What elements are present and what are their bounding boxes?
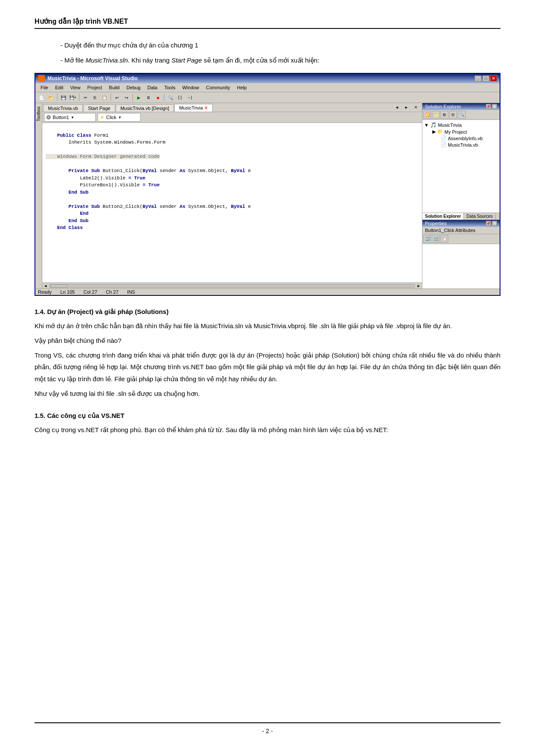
vs-hscrollbar[interactable]: ◄ ► (42, 282, 422, 289)
status-ch: Ch 27 (106, 289, 118, 295)
menu-community[interactable]: Community (203, 84, 234, 91)
solution-explorer-pin[interactable]: 📌 (486, 104, 491, 109)
section-15-p1: Công cụ trong vs.NET rất phong phú. Bạn … (35, 424, 500, 436)
menu-tools[interactable]: Tools (161, 84, 179, 91)
solution-explorer-panel-tabs: Solution Explorer Data Sources (422, 213, 500, 220)
tree-item-musicTrivia-vb[interactable]: 📄 MusicTrivia.vb (424, 141, 498, 148)
header: Hướng dẫn lập trình VB.NET (35, 17, 500, 29)
menu-project[interactable]: Project (84, 84, 105, 91)
tab-pin[interactable]: ✕ (412, 103, 420, 112)
method-dropdown[interactable]: ⚡ Click ▼ (98, 113, 141, 122)
intro-block: - Duyệt đến thư mục chứa dự án của chươn… (35, 39, 500, 66)
prop-btn-properties[interactable]: 📋 (441, 235, 448, 243)
page: Hướng dẫn lập trình VB.NET - Duyệt đến t… (0, 0, 535, 756)
toolbar-sep5 (164, 94, 164, 101)
vs-right-panel: Solution Explorer 📌 ✕ 🔁 📁 ⊞ ⊟ 🔍 (422, 103, 500, 289)
menu-file[interactable]: File (37, 84, 52, 91)
dropdown-arrow-left: ▼ (71, 116, 74, 119)
hscroll-thumb[interactable] (50, 285, 67, 287)
solution-explorer-titlebar: Solution Explorer 📌 ✕ (422, 103, 500, 110)
status-ins: INS (127, 289, 135, 295)
properties-title: Properties (425, 221, 447, 226)
toolbar-start[interactable]: ▶ (135, 93, 143, 102)
maximize-button[interactable]: □ (482, 75, 489, 82)
tab-musicTrivia-design[interactable]: MusicTrivia.vb [Design] (116, 104, 174, 112)
toolbar-undo[interactable]: ↩ (113, 93, 121, 102)
panel-tab-data-sources[interactable]: Data Sources (464, 213, 496, 220)
toolbar-new[interactable]: 📄 (37, 93, 46, 102)
hscroll-right[interactable]: ► (415, 284, 422, 288)
toolbar-indent[interactable]: →| (185, 93, 194, 102)
toolbar-saveall[interactable]: 💾+ (69, 93, 77, 102)
toolbar-comment[interactable]: { } (176, 93, 184, 102)
class-dropdown[interactable]: 🔘 Button1 ▼ (44, 113, 96, 122)
sol-btn3[interactable]: ⊞ (441, 111, 448, 119)
sol-btn4[interactable]: ⊟ (449, 111, 457, 119)
toolbar-save[interactable]: 💾 (59, 93, 68, 102)
toolbar-stop[interactable]: ■ (154, 93, 162, 102)
prop-btn-alphabetical[interactable]: 🔢 (432, 235, 440, 243)
tree-label-musicTrivia: MusicTrivia (438, 122, 462, 128)
hscroll-track[interactable] (50, 284, 415, 288)
menu-build[interactable]: Build (106, 84, 123, 91)
panel-tab-solution-explorer[interactable]: Solution Explorer (422, 213, 464, 220)
vs-menubar: File Edit View Project Build Debug Data … (35, 83, 500, 92)
menu-debug[interactable]: Debug (123, 84, 144, 91)
menu-view[interactable]: View (67, 84, 84, 91)
properties-content: Button1_Click Attributes (425, 228, 475, 233)
tab-nav-left[interactable]: ◄ (393, 103, 401, 112)
tab-musicTrivia[interactable]: MusicTrivia ✕ (174, 104, 213, 112)
menu-help[interactable]: Help (233, 84, 250, 91)
toolbar-copy[interactable]: ⎘ (91, 93, 99, 102)
intro-line2: - Mở file MusicTrivia.sln. Khi này trang… (60, 54, 500, 66)
vs-code-container: Public Class Form1 Inherits System.Windo… (42, 123, 422, 282)
toolbox-label: Toolbox (36, 107, 41, 121)
toolbar-cut[interactable]: ✂ (81, 93, 90, 102)
tab-musicTrivia-vb[interactable]: MusicTrivia.vb (43, 104, 83, 112)
tree-item-musicTrivia[interactable]: ▼ 🎵 MusicTrivia (424, 122, 498, 129)
solution-explorer-title: Solution Explorer (425, 104, 461, 109)
tab-nav-right[interactable]: ► (402, 103, 411, 112)
properties-titlebar: Properties 📌 ✕ (422, 220, 500, 227)
properties-titlebar-btns: 📌 ✕ (486, 221, 497, 226)
close-button[interactable]: ✕ (490, 75, 497, 82)
solution-explorer-close[interactable]: ✕ (492, 104, 497, 109)
solution-explorer-titlebar-btns: 📌 ✕ (486, 104, 497, 109)
sol-btn1[interactable]: 🔁 (423, 111, 431, 119)
vs-editor-section: MusicTrivia.vb Start Page MusicTrivia.vb… (42, 103, 422, 289)
menu-edit[interactable]: Edit (52, 84, 67, 91)
hscroll-left[interactable]: ◄ (42, 284, 49, 288)
intro-line1: - Duyệt đến thư mục chứa dự án của chươn… (60, 39, 500, 51)
toolbar-sep3 (110, 94, 111, 101)
vs-titlebar-left: MusicTrivia - Microsoft Visual Studio (38, 75, 138, 82)
toolbar-pause[interactable]: ⏸ (144, 93, 153, 102)
footer: - 2 - (35, 722, 500, 734)
tree-item-myproject[interactable]: ▶ 📁 My Project (424, 129, 498, 135)
menu-data[interactable]: Data (144, 84, 161, 91)
status-col: Col 27 (83, 289, 97, 295)
properties-close[interactable]: ✕ (492, 221, 497, 226)
file-icon-musicTrivia-vb: 📄 (441, 142, 447, 147)
sol-btn2[interactable]: 📁 (432, 111, 440, 119)
minimize-button[interactable]: _ (475, 75, 482, 82)
vs-statusbar: Ready Ln 105 Col 27 Ch 27 INS (35, 289, 500, 295)
tab-close-icon[interactable]: ✕ (204, 105, 208, 110)
toolbar-paste[interactable]: 📋 (100, 93, 109, 102)
status-ln: Ln 105 (60, 289, 75, 295)
properties-pin[interactable]: 📌 (486, 221, 491, 226)
menu-window[interactable]: Window (179, 84, 202, 91)
properties-content-label: Button1_Click Attributes (422, 227, 500, 234)
page-number: - 2 - (262, 728, 273, 734)
vs-titlebar-buttons: _ □ ✕ (475, 75, 497, 82)
tab-start-page[interactable]: Start Page (83, 104, 115, 112)
vs-code-editor[interactable]: Public Class Form1 Inherits System.Windo… (42, 123, 422, 282)
toolbar-find[interactable]: 🔍 (166, 93, 175, 102)
sol-btn5[interactable]: 🔍 (458, 111, 466, 119)
prop-btn-categorized[interactable]: 🔤 (423, 235, 431, 243)
vs-toolbox-strip[interactable]: Toolbox (35, 103, 42, 289)
toolbar-open[interactable]: 📂 (47, 93, 55, 102)
vs-toolbar: 📄 📂 💾 💾+ ✂ ⎘ 📋 ↩ ↪ ▶ ⏸ ■ 🔍 { } →| (35, 92, 500, 103)
vs-dropdown-row: 🔘 Button1 ▼ ⚡ Click ▼ (42, 112, 422, 123)
tree-item-assemblyinfo[interactable]: 📄 AssemblyInfo.vb (424, 135, 498, 141)
toolbar-redo[interactable]: ↪ (122, 93, 131, 102)
